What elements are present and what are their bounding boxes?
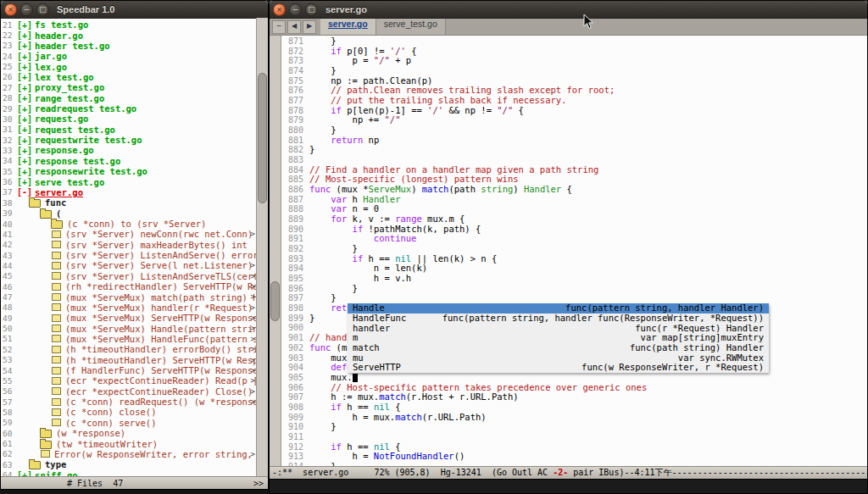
file-tree-item[interactable]: 25[+]lex.go — [1, 61, 256, 71]
tag-icon[interactable] — [52, 293, 61, 301]
tag-tree-item[interactable]: 40(c *conn) to (srv *Server) — [1, 219, 256, 229]
code-line[interactable]: 879 np += "/" — [281, 115, 867, 125]
tag-icon[interactable] — [52, 367, 61, 375]
tabbar-dash-icon[interactable]: − — [272, 20, 286, 34]
expand-icon[interactable]: [+] — [17, 156, 32, 165]
file-tree-item[interactable]: 24[+]jar.go — [1, 51, 256, 61]
expand-icon[interactable]: [+] — [17, 72, 32, 81]
tag-icon[interactable] — [52, 262, 61, 269]
file-tree-item[interactable]: 28[+]range_test.go — [1, 93, 256, 103]
expand-icon[interactable]: [+] — [17, 52, 32, 61]
tag-tree-item[interactable]: 45(srv *Server) ListenAndServeTLS(certF> — [1, 271, 256, 281]
tag-icon[interactable] — [52, 377, 61, 385]
code-line[interactable]: 895 h = v.h — [281, 274, 867, 284]
code-line[interactable]: 882} — [281, 145, 867, 155]
maximize-button[interactable]: □ — [36, 3, 49, 16]
tag-icon[interactable] — [52, 241, 61, 248]
code-line[interactable]: 913 h = NotFoundHandler() — [281, 452, 867, 462]
tag-tree-item[interactable]: 51(mux *ServeMux) HandleFunc(pattern st> — [1, 334, 256, 344]
expand-icon[interactable]: [+] — [17, 41, 32, 50]
code-line[interactable]: 896 } — [281, 284, 867, 294]
tag-group-item[interactable]: 38func — [1, 197, 256, 208]
speedbar-next-button[interactable]: >> — [253, 479, 268, 488]
tag-tree-item[interactable]: 42(srv *Server) maxHeaderBytes() int — [1, 240, 256, 250]
code-area[interactable]: 871 }872 if p[0] != '/' {873 p = "/" + p… — [281, 36, 867, 466]
expand-icon[interactable]: [+] — [17, 83, 32, 92]
tag-tree-item[interactable]: 49(mux *ServeMux) ServeHTTP(w ResponseW> — [1, 313, 256, 323]
folder-icon[interactable] — [29, 461, 41, 469]
tag-tree-item[interactable]: 50(mux *ServeMux) Handle(pattern string> — [1, 323, 256, 333]
file-tree-item[interactable]: 32[+]requestwrite_test.go — [1, 135, 256, 145]
tag-icon[interactable] — [52, 387, 61, 395]
expand-icon[interactable]: [+] — [17, 62, 32, 71]
tag-tree-item[interactable]: 44(srv *Server) Serve(l net.Listener) e> — [1, 260, 256, 270]
minimize-button[interactable]: − — [289, 3, 302, 16]
tag-group-item[interactable]: 39( — [1, 208, 256, 218]
expand-icon[interactable]: [+] — [17, 104, 32, 114]
tag-icon[interactable] — [52, 356, 61, 364]
expand-icon[interactable]: [+] — [17, 125, 32, 134]
expand-icon[interactable]: [+] — [17, 136, 32, 145]
tag-tree-item[interactable]: 41(srv *Server) newConn(rwc net.Conn) (> — [1, 229, 256, 239]
file-tree-item[interactable]: 36[+]serve_test.go — [1, 176, 256, 186]
file-tree-item[interactable]: 27[+]proxy_test.go — [1, 82, 256, 92]
tag-tree-item[interactable]: 58(c *conn) close() — [1, 407, 256, 417]
code-line[interactable]: 910 } — [281, 422, 867, 432]
tag-icon[interactable] — [52, 314, 61, 322]
file-tree-item[interactable]: 33[+]response.go — [1, 145, 256, 155]
tag-tree-item[interactable]: 60(w *response) — [1, 428, 256, 438]
editor-tab[interactable]: server.go — [320, 19, 376, 35]
speedbar-titlebar[interactable]: × − □ Speedbar 1.0 — [1, 1, 268, 19]
tag-icon[interactable] — [52, 419, 61, 426]
tag-tree-item[interactable]: 57(c *conn) readRequest() (w *response,> — [1, 397, 256, 407]
speedbar-scrollbar[interactable] — [256, 18, 268, 477]
completion-item[interactable]: ServeHTTPfunc(w ResponseWriter, r *Reque… — [348, 363, 769, 373]
completion-item[interactable]: HandleFuncfunc(pattern string, handler f… — [348, 314, 769, 324]
file-tree-item[interactable]: 26[+]lex_test.go — [1, 72, 256, 82]
tag-icon[interactable] — [52, 283, 61, 291]
folder-icon[interactable] — [29, 199, 41, 208]
tag-tree-item[interactable]: 54(f HandlerFunc) ServeHTTP(w ResponseW> — [1, 365, 256, 375]
code-line[interactable]: 914 } — [281, 462, 867, 466]
tag-icon[interactable] — [52, 398, 61, 406]
expand-icon[interactable]: [+] — [17, 31, 32, 40]
folder-icon[interactable] — [40, 210, 52, 219]
completion-item[interactable]: matchfunc(path string) Handler — [348, 343, 769, 353]
expand-icon[interactable]: [+] — [17, 177, 32, 186]
file-tree-item[interactable]: 22[+]header.go — [1, 30, 256, 40]
tag-icon[interactable] — [41, 450, 50, 458]
tag-icon[interactable] — [52, 230, 61, 238]
code-line[interactable]: 909 h = mux.match(r.URL.Path) — [281, 413, 867, 423]
tag-icon[interactable] — [52, 346, 61, 353]
code-line[interactable]: 891 continue — [281, 234, 867, 244]
close-button[interactable]: × — [273, 3, 286, 16]
folder-icon[interactable] — [40, 430, 52, 438]
tag-tree-item[interactable]: 55(ecr *expectContinueReader) Read(p []> — [1, 375, 256, 386]
tag-icon[interactable] — [52, 272, 61, 280]
tag-tree-item[interactable]: 43(srv *Server) ListenAndServe() error — [1, 250, 256, 260]
tag-tree-item[interactable]: 47(mux *ServeMux) match(path string) Ha> — [1, 291, 256, 302]
tabbar-scroll-right-icon[interactable]: ▶ — [303, 20, 316, 34]
folder-icon[interactable] — [40, 441, 52, 449]
expand-icon[interactable]: [+] — [17, 93, 32, 103]
editor-tab[interactable]: serve_test.go — [376, 19, 446, 35]
file-tree-item[interactable]: 21[+]fs_test.go — [1, 19, 256, 30]
tag-icon[interactable] — [52, 335, 61, 342]
close-button[interactable]: × — [4, 3, 17, 16]
maximize-button[interactable]: □ — [305, 3, 318, 16]
expand-icon[interactable]: [+] — [17, 20, 32, 30]
minimize-button[interactable]: − — [20, 3, 33, 16]
code-line[interactable]: 881 return np — [281, 136, 867, 146]
expand-icon[interactable]: [+] — [17, 114, 32, 124]
tag-tree-item[interactable]: 62Error(w ResponseWriter, error string, … — [1, 449, 256, 459]
scrollbar-thumb[interactable] — [270, 281, 280, 322]
file-tree-item[interactable]: 37[-]server.go — [1, 187, 256, 197]
tag-icon[interactable] — [52, 325, 61, 332]
tag-tree-item[interactable]: 61(tw *timeoutWriter) — [1, 438, 256, 448]
code-line[interactable]: 873 p = "/" + p — [281, 56, 867, 66]
editor-scrollbar[interactable] — [270, 36, 281, 466]
file-tree-item[interactable]: 34[+]response_test.go — [1, 156, 256, 166]
collapse-icon[interactable]: [-] — [17, 187, 32, 197]
tag-tree-item[interactable]: 46(rh *redirectHandler) ServeHTTP(w Res> — [1, 281, 256, 291]
tag-group-item[interactable]: 63type — [1, 459, 256, 469]
